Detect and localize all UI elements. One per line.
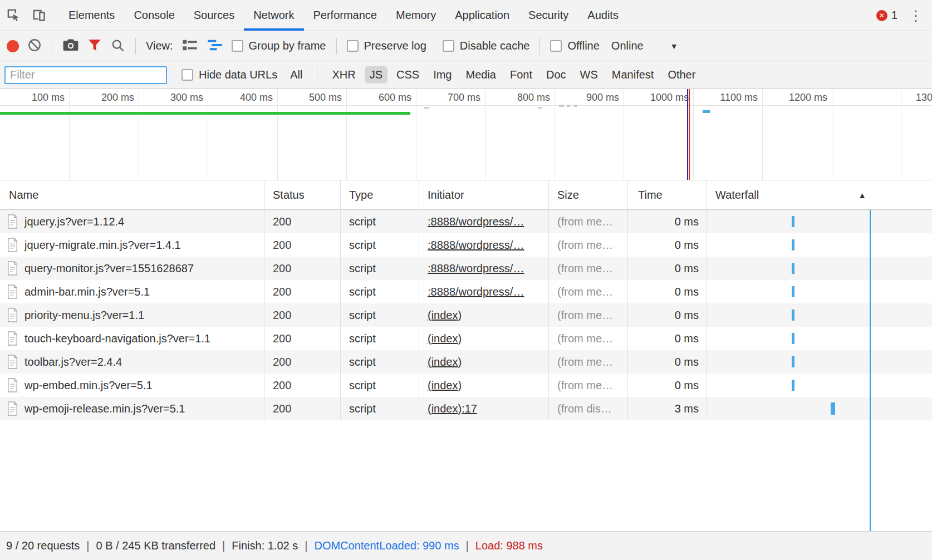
devtools-window: Elements Console Sources Network Perform… xyxy=(0,0,932,560)
filter-type-other[interactable]: Other xyxy=(663,66,700,83)
large-request-rows-button[interactable] xyxy=(182,38,198,54)
column-header-time[interactable]: Time xyxy=(628,180,707,209)
column-header-initiator[interactable]: Initiator xyxy=(419,180,549,209)
timeline-progress-line xyxy=(0,112,410,115)
timeline-gridline xyxy=(555,89,555,180)
tab-audits[interactable]: Audits xyxy=(578,0,628,31)
filter-type-ws[interactable]: WS xyxy=(575,66,603,83)
filter-input[interactable] xyxy=(4,66,167,84)
requests-summary: 9 / 20 requests xyxy=(6,539,80,552)
table-row[interactable]: toolbar.js?ver=2.4.4 200 script (index) … xyxy=(0,350,932,374)
filter-type-manifest[interactable]: Manifest xyxy=(607,66,659,83)
requests-table-header: Name Status Type Initiator Size Time Wat… xyxy=(0,180,932,210)
script-file-icon xyxy=(7,284,18,299)
waterfall-bar xyxy=(831,402,835,415)
request-time: 0 ms xyxy=(628,280,707,303)
tab-console[interactable]: Console xyxy=(124,0,184,31)
tab-network[interactable]: Network xyxy=(244,0,303,31)
initiator-link[interactable]: :8888/wordpress/… xyxy=(428,286,524,298)
search-button[interactable] xyxy=(110,38,125,55)
hide-data-urls-label: Hide data URLs xyxy=(199,68,277,81)
filter-type-font[interactable]: Font xyxy=(505,66,537,83)
request-time: 0 ms xyxy=(628,257,707,280)
filter-type-media[interactable]: Media xyxy=(460,66,501,83)
request-time: 0 ms xyxy=(628,327,707,350)
request-name: wp-embed.min.js?ver=5.1 xyxy=(24,379,153,392)
table-row[interactable]: query-monitor.js?ver=1551628687 200 scri… xyxy=(0,257,932,280)
waterfall-bar xyxy=(792,286,794,297)
filter-type-img[interactable]: Img xyxy=(428,66,457,83)
filter-type-js[interactable]: JS xyxy=(365,66,387,83)
tab-security[interactable]: Security xyxy=(519,0,578,31)
request-size: (from me… xyxy=(549,233,628,257)
table-row[interactable]: touch-keyboard-navigation.js?ver=1.1 200… xyxy=(0,327,932,350)
initiator-link[interactable]: :8888/wordpress/… xyxy=(428,262,524,275)
clear-button[interactable] xyxy=(27,38,42,54)
camera-icon xyxy=(62,38,79,54)
column-header-status[interactable]: Status xyxy=(264,180,341,209)
table-row[interactable]: wp-embed.min.js?ver=5.1 200 script (inde… xyxy=(0,374,932,397)
filter-type-all[interactable]: All xyxy=(285,66,307,83)
timeline-tick-label: 500 ms xyxy=(309,92,342,104)
timeline-gridline xyxy=(277,89,278,180)
group-by-frame-checkbox[interactable]: Group by frame xyxy=(232,40,326,52)
initiator-link[interactable]: (index) xyxy=(428,379,462,392)
table-row[interactable]: admin-bar.min.js?ver=5.1 200 script :888… xyxy=(0,280,932,303)
tab-sources[interactable]: Sources xyxy=(184,0,244,31)
request-status: 200 xyxy=(264,280,341,303)
column-header-type[interactable]: Type xyxy=(341,180,419,209)
request-status: 200 xyxy=(264,350,341,374)
dom-content-loaded-line xyxy=(687,89,688,180)
tab-application[interactable]: Application xyxy=(445,0,519,31)
inspect-element-button[interactable] xyxy=(0,0,26,31)
capture-screenshots-button[interactable] xyxy=(62,38,79,54)
request-type: script xyxy=(341,257,419,280)
timeline-gridline xyxy=(693,89,694,180)
column-header-waterfall[interactable]: Waterfall ▲ xyxy=(707,180,932,209)
error-count-badge[interactable]: ✕ 1 xyxy=(876,9,897,22)
load-event-line xyxy=(689,89,690,180)
checkbox-box xyxy=(443,40,454,52)
tab-performance[interactable]: Performance xyxy=(304,0,387,31)
initiator-link[interactable]: (index) xyxy=(428,309,462,322)
table-row[interactable]: wp-emoji-release.min.js?ver=5.1 200 scri… xyxy=(0,397,932,420)
table-row[interactable]: priority-menu.js?ver=1.1 200 script (ind… xyxy=(0,303,932,327)
table-row[interactable]: jquery.js?ver=1.12.4 200 script :8888/wo… xyxy=(0,210,932,233)
toolbar-separator xyxy=(539,38,540,55)
initiator-link[interactable]: (index) xyxy=(428,332,462,345)
column-header-size[interactable]: Size xyxy=(549,180,628,209)
request-name: admin-bar.min.js?ver=5.1 xyxy=(24,286,150,298)
initiator-link[interactable]: (index) xyxy=(428,356,462,369)
offline-checkbox[interactable]: Offline xyxy=(550,40,599,52)
filter-type-xhr[interactable]: XHR xyxy=(327,66,360,83)
request-time: 0 ms xyxy=(628,303,707,327)
initiator-link[interactable]: (index):17 xyxy=(428,402,477,415)
record-button[interactable] xyxy=(7,40,19,52)
hide-data-urls-checkbox[interactable]: Hide data URLs xyxy=(182,68,277,81)
preserve-log-checkbox[interactable]: Preserve log xyxy=(347,40,426,52)
tab-memory[interactable]: Memory xyxy=(386,0,445,31)
request-name: toolbar.js?ver=2.4.4 xyxy=(24,356,122,369)
timeline-tick-label: 800 ms xyxy=(517,92,550,104)
timeline-gridline xyxy=(624,89,624,180)
column-header-name[interactable]: Name xyxy=(0,180,264,209)
request-status: 200 xyxy=(264,257,341,280)
initiator-link[interactable]: :8888/wordpress/… xyxy=(428,215,524,228)
show-overview-button[interactable] xyxy=(207,38,223,54)
filter-type-css[interactable]: CSS xyxy=(391,66,424,83)
timeline-overview[interactable]: 100 ms 200 ms 300 ms 400 ms 500 ms 600 m… xyxy=(0,89,932,180)
requests-table-body: jquery.js?ver=1.12.4 200 script :8888/wo… xyxy=(0,210,932,531)
kebab-menu-icon[interactable]: ⋮ xyxy=(909,8,923,23)
initiator-link[interactable]: :8888/wordpress/… xyxy=(428,239,524,252)
table-row[interactable]: jquery-migrate.min.js?ver=1.4.1 200 scri… xyxy=(0,233,932,257)
request-type: script xyxy=(341,397,419,420)
timeline-activity-mark xyxy=(559,105,564,107)
filter-type-doc[interactable]: Doc xyxy=(541,66,571,83)
tab-elements[interactable]: Elements xyxy=(59,0,124,31)
network-status-bar: 9 / 20 requests | 0 B / 245 KB transferr… xyxy=(0,531,932,560)
throttling-select[interactable]: Online ▼ xyxy=(611,40,678,52)
request-name: priority-menu.js?ver=1.1 xyxy=(24,309,144,322)
filter-toggle-button[interactable] xyxy=(87,38,102,53)
device-toolbar-button[interactable] xyxy=(26,0,51,31)
disable-cache-checkbox[interactable]: Disable cache xyxy=(443,40,530,52)
